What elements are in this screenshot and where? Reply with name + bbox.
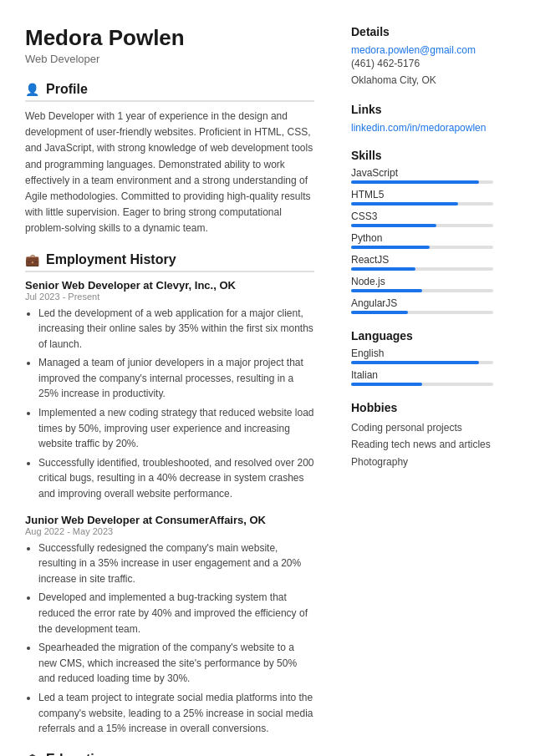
hobby-item-2: Photography (351, 454, 493, 470)
job-bullets-1: Led the development of a web application… (25, 306, 314, 502)
skill-bar-bg (351, 180, 493, 184)
details-title: Details (351, 25, 493, 38)
lang-name: Italian (351, 369, 493, 381)
skill-name: CSS3 (351, 211, 493, 222)
skill-name: ReactJS (351, 254, 493, 266)
profile-text: Web Developer with 1 year of experience … (25, 109, 314, 237)
skill-item-nodejs: Node.js (351, 276, 493, 292)
job-dates-1: Jul 2023 - Present (25, 292, 314, 302)
employment-section-title: 💼 Employment History (25, 252, 314, 272)
skill-name: HTML5 (351, 189, 493, 200)
education-section-title: 🎓 Education (25, 752, 314, 756)
job-entry-2: Junior Web Developer at ConsumerAffairs,… (25, 514, 314, 737)
hobby-item-1: Reading tech news and articles (351, 436, 493, 453)
lang-bar-bg (351, 361, 493, 364)
skill-bar-fill (351, 267, 415, 271)
lang-bar-fill (351, 383, 422, 386)
lang-bar-bg (351, 383, 493, 386)
job-title-2: Junior Web Developer at ConsumerAffairs,… (25, 514, 314, 526)
links-title: Links (351, 103, 493, 116)
skill-bar-fill (351, 202, 458, 205)
skill-name: AngularJS (351, 297, 493, 309)
languages-section: Languages English Italian (351, 329, 493, 386)
skill-bar-fill (351, 289, 422, 292)
skills-section: Skills JavaScript HTML5 CSS3 Python Reac… (351, 149, 493, 314)
lang-item-italian: Italian (351, 369, 493, 386)
full-name: Medora Powlen (25, 25, 314, 51)
education-section: 🎓 Education Bachelor of Science in Web D… (25, 752, 314, 756)
hobby-item-0: Coding personal projects (351, 419, 493, 436)
profile-section-title: 👤 Profile (25, 82, 314, 102)
skill-item-html5: HTML5 (351, 189, 493, 205)
linkedin-link[interactable]: linkedin.com/in/medorapowlen (351, 122, 486, 134)
skill-item-js: JavaScript (351, 167, 493, 184)
details-section: Details medora.powlen@gmail.com (461) 46… (351, 25, 493, 88)
skill-item-python: Python (351, 232, 493, 249)
skill-item-angularjs: AngularJS (351, 297, 493, 314)
job-bullet: Managed a team of junior developers in a… (38, 355, 314, 402)
skill-item-css3: CSS3 (351, 211, 493, 227)
lang-item-english: English (351, 348, 493, 364)
job-title-1: Senior Web Developer at Clevyr, Inc., OK (25, 279, 314, 292)
job-bullet: Spearheaded the migration of the company… (38, 640, 314, 687)
skill-bar-bg (351, 224, 493, 227)
lang-bar-fill (351, 361, 479, 364)
job-bullet: Successfully redesigned the company's ma… (38, 540, 314, 587)
job-bullet: Developed and implemented a bug-tracking… (38, 590, 314, 637)
education-icon: 🎓 (25, 753, 39, 756)
job-bullet: Led the development of a web application… (38, 306, 314, 353)
employment-section: 💼 Employment History Senior Web Develope… (25, 252, 314, 737)
skill-bar-bg (351, 202, 493, 205)
skill-bar-fill (351, 224, 436, 227)
resume-header: Medora Powlen Web Developer (25, 25, 314, 65)
employment-icon: 💼 (25, 253, 39, 266)
job-entry-1: Senior Web Developer at Clevyr, Inc., OK… (25, 279, 314, 502)
job-bullets-2: Successfully redesigned the company's ma… (25, 540, 314, 737)
hobbies-section: Hobbies Coding personal projects Reading… (351, 401, 493, 470)
skill-bar-bg (351, 267, 493, 271)
hobbies-title: Hobbies (351, 401, 493, 414)
skill-name: JavaScript (351, 167, 493, 179)
skills-title: Skills (351, 149, 493, 162)
job-title: Web Developer (25, 53, 314, 65)
skill-bar-bg (351, 246, 493, 249)
lang-name: English (351, 348, 493, 359)
skill-bar-fill (351, 311, 408, 314)
profile-icon: 👤 (25, 83, 39, 96)
links-section: Links linkedin.com/in/medorapowlen (351, 103, 493, 134)
skill-name: Node.js (351, 276, 493, 287)
job-dates-2: Aug 2022 - May 2023 (25, 526, 314, 536)
skill-item-reactjs: ReactJS (351, 254, 493, 271)
job-bullet: Implemented a new coding strategy that r… (38, 405, 314, 452)
location-detail: Oklahoma City, OK (351, 73, 493, 88)
email-link[interactable]: medora.powlen@gmail.com (351, 44, 476, 56)
languages-title: Languages (351, 329, 493, 342)
job-bullet: Led a team project to integrate social m… (38, 690, 314, 737)
job-bullet: Successfully identified, troubleshooted,… (38, 455, 314, 502)
skill-bar-fill (351, 180, 479, 184)
phone-detail: (461) 462-5176 (351, 56, 493, 71)
skill-bar-bg (351, 289, 493, 292)
skill-bar-bg (351, 311, 493, 314)
skill-name: Python (351, 232, 493, 244)
skill-bar-fill (351, 246, 430, 249)
profile-section: 👤 Profile Web Developer with 1 year of e… (25, 82, 314, 237)
